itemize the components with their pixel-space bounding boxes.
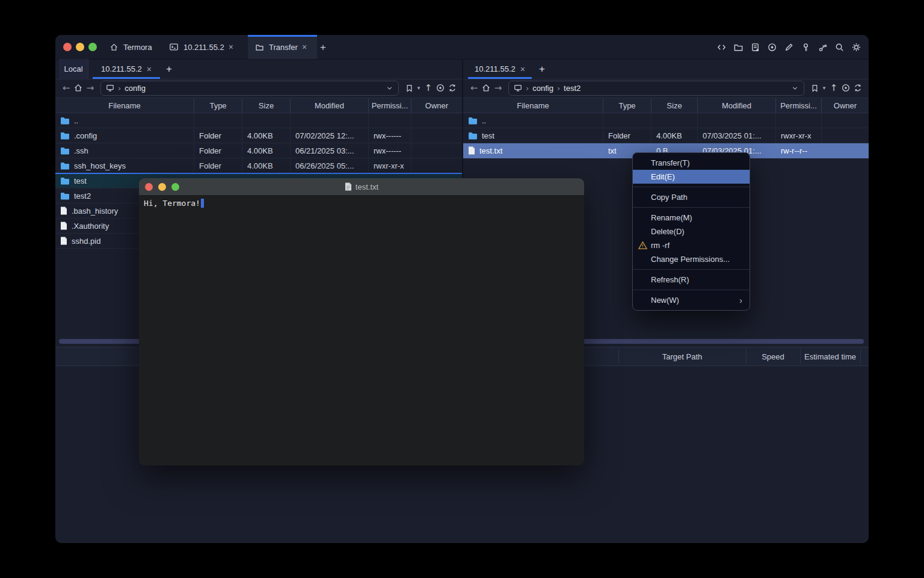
right-path-dropdown-icon[interactable]	[791, 84, 799, 92]
menu-item-transfer[interactable]: Transfer(T)	[633, 156, 750, 170]
column-header-size[interactable]: Size	[651, 98, 698, 113]
menu-item-edit[interactable]: Edit(E)	[633, 170, 750, 184]
column-header-filename[interactable]: Filename	[463, 98, 603, 113]
folder-icon[interactable]	[733, 42, 744, 52]
right-tab-remote[interactable]: 10.211.55.2 ×	[468, 59, 532, 79]
modified-cell: 06/21/2025 03:...	[291, 143, 369, 158]
size-cell	[242, 113, 291, 128]
size-cell	[651, 113, 698, 128]
right-forward-button[interactable]: →	[492, 81, 504, 95]
right-new-tab-button[interactable]: +	[539, 59, 545, 79]
right-home-button[interactable]	[480, 81, 492, 95]
menu-item-refresh[interactable]: Refresh(R)	[633, 273, 750, 287]
permissions-cell: rwx------	[369, 143, 411, 158]
tab-transfer-label: Transfer	[269, 43, 298, 52]
gear-icon[interactable]	[851, 42, 861, 52]
titlebar-actions	[716, 35, 861, 59]
left-home-button[interactable]	[72, 81, 84, 95]
right-back-button[interactable]: ←	[468, 81, 480, 95]
table-row[interactable]: .config Folder 4.00KB 07/02/2025 12:... …	[55, 128, 462, 143]
left-bookmark-caret-icon[interactable]: ▾	[415, 81, 422, 95]
editor-minimize-button[interactable]	[158, 183, 166, 191]
tab-transfer-close-icon[interactable]: ×	[302, 43, 307, 51]
column-header-permissions[interactable]: Permissi...	[776, 98, 822, 113]
menu-item-new[interactable]: New(W) ›	[633, 293, 750, 307]
right-refresh-button[interactable]	[852, 81, 864, 95]
tab-terminal-host[interactable]: 10.211.55.2 ×	[168, 35, 242, 59]
left-show-hidden-button[interactable]	[434, 81, 446, 95]
column-header-modified[interactable]: Modified	[291, 98, 369, 113]
column-header-owner[interactable]: Owner	[411, 98, 462, 113]
new-tab-button[interactable]: +	[320, 35, 326, 59]
left-parent-dir-button[interactable]: ↑	[422, 81, 434, 95]
column-header-owner[interactable]: Owner	[822, 98, 869, 113]
breadcrumb-segment[interactable]: test2	[564, 84, 581, 93]
tab-termora[interactable]: Termora	[108, 35, 164, 59]
right-bookmark-caret-icon[interactable]: ▾	[821, 81, 828, 95]
table-row[interactable]: ssh_host_keys Folder 4.00KB 06/26/2025 0…	[55, 158, 462, 173]
type-cell: Folder	[603, 128, 651, 143]
left-forward-button[interactable]: →	[84, 81, 96, 95]
left-refresh-button[interactable]	[446, 81, 458, 95]
column-header-type[interactable]: Type	[194, 98, 242, 113]
menu-item-rm-rf[interactable]: rm -rf	[633, 238, 750, 252]
code-icon[interactable]	[716, 42, 727, 52]
column-header-size[interactable]: Size	[242, 98, 291, 113]
table-row[interactable]: .ssh Folder 4.00KB 06/21/2025 03:... rwx…	[55, 143, 462, 158]
left-bookmark-button[interactable]	[403, 81, 415, 95]
permissions-cell: rw-r--r--	[776, 143, 822, 158]
left-tab-local[interactable]: Local	[59, 59, 88, 79]
permissions-cell: rwx------	[369, 128, 411, 143]
column-header-target-path[interactable]: Target Path	[618, 347, 746, 365]
tab-terminal-host-close-icon[interactable]: ×	[229, 43, 233, 51]
table-row[interactable]: ..	[463, 113, 869, 128]
right-tab-remote-close-icon[interactable]: ×	[520, 65, 525, 73]
maximize-window-button[interactable]	[88, 43, 97, 51]
column-header-permissions[interactable]: Permissi...	[369, 98, 411, 113]
search-icon[interactable]	[834, 42, 845, 52]
type-cell: Folder	[194, 143, 242, 158]
menu-item-rename[interactable]: Rename(M)	[633, 211, 750, 225]
right-bookmark-button[interactable]	[808, 81, 821, 95]
editor-close-button[interactable]	[145, 183, 153, 191]
column-header-speed[interactable]: Speed	[746, 347, 800, 365]
close-window-button[interactable]	[63, 43, 72, 51]
left-path-field[interactable]: › config	[100, 81, 399, 96]
right-path-field[interactable]: › config › test2	[508, 81, 804, 96]
key-icon[interactable]	[800, 42, 811, 52]
size-cell: 4.00KB	[242, 128, 291, 143]
right-parent-dir-button[interactable]: ↑	[828, 81, 840, 95]
record-icon[interactable]	[766, 42, 777, 52]
log-icon[interactable]	[750, 42, 760, 52]
right-show-hidden-button[interactable]	[840, 81, 852, 95]
column-header-estimated-time[interactable]: Estimated time	[800, 347, 860, 365]
table-row[interactable]: ..	[55, 113, 462, 128]
menu-item-change-permissions[interactable]: Change Permissions...	[633, 252, 750, 266]
left-back-button[interactable]: ←	[60, 81, 72, 95]
keychain-icon[interactable]	[817, 42, 828, 52]
filename: ssh_host_keys	[74, 161, 126, 170]
breadcrumb-segment[interactable]: config	[125, 84, 146, 93]
left-path-dropdown-icon[interactable]	[386, 84, 393, 92]
file-icon	[468, 146, 475, 155]
left-tab-remote[interactable]: 10.211.55.2 ×	[93, 59, 160, 79]
menu-item-new-label: New(W)	[651, 296, 679, 305]
breadcrumb-segment[interactable]: config	[532, 84, 553, 93]
editor-maximize-button[interactable]	[171, 183, 179, 191]
folder-icon	[60, 147, 70, 155]
minimize-window-button[interactable]	[76, 43, 84, 51]
menu-item-copy-path[interactable]: Copy Path	[633, 190, 750, 204]
tab-transfer[interactable]: Transfer ×	[248, 35, 317, 59]
editor-content[interactable]: Hi, Termora!	[139, 195, 584, 465]
menu-item-delete[interactable]: Delete(D)	[633, 225, 750, 238]
column-header-modified[interactable]: Modified	[698, 98, 776, 113]
breadcrumb-separator: ›	[526, 84, 529, 93]
file-icon	[60, 237, 67, 245]
left-new-tab-button[interactable]: +	[166, 59, 172, 79]
table-row[interactable]: test Folder 4.00KB 07/03/2025 01:... rwx…	[463, 128, 869, 143]
warning-icon	[638, 240, 648, 250]
pencil-icon[interactable]	[783, 42, 794, 52]
column-header-filename[interactable]: Filename	[55, 98, 194, 113]
column-header-type[interactable]: Type	[603, 98, 651, 113]
left-tab-remote-close-icon[interactable]: ×	[147, 65, 152, 73]
